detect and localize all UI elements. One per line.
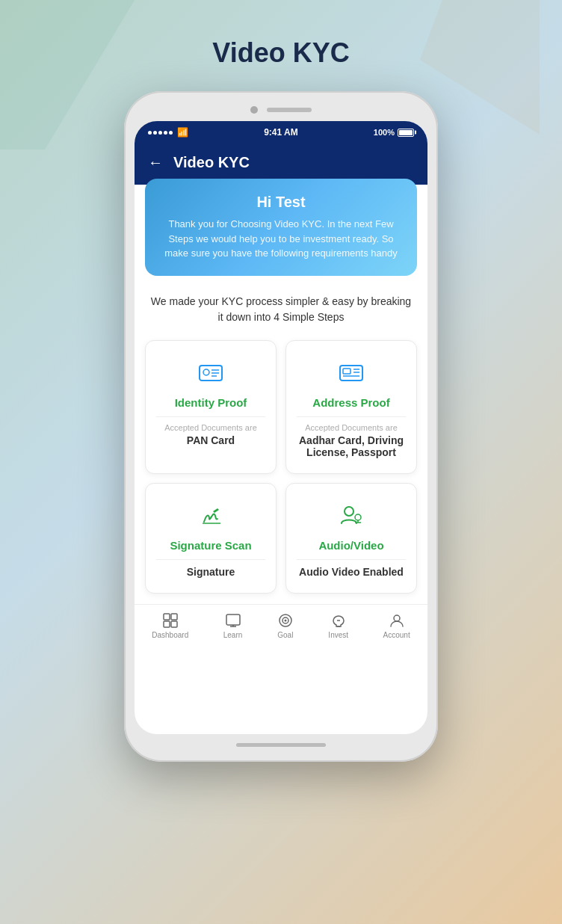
goal-icon — [277, 612, 294, 629]
info-text: We made your KYC process simpler & easy … — [135, 282, 427, 334]
step-card-identity-proof[interactable]: Identity Proof Accepted Documents are PA… — [145, 340, 277, 474]
welcome-greeting: Hi Test — [158, 194, 404, 211]
identity-proof-icon — [156, 356, 265, 389]
welcome-card: Hi Test Thank you for Choosing Video KYC… — [145, 179, 417, 276]
signal-dot-5 — [169, 131, 173, 135]
svg-point-14 — [355, 514, 361, 520]
bottom-nav: Dashboard Learn Goal — [135, 604, 427, 650]
battery-icon — [398, 129, 414, 137]
signal-dots — [148, 131, 173, 135]
account-icon — [389, 612, 405, 629]
signal-dot-4 — [164, 131, 167, 135]
learn-label: Learn — [223, 631, 243, 639]
identity-proof-doc-value: PAN Card — [156, 434, 265, 446]
signature-scan-divider — [156, 559, 265, 560]
signal-dot-3 — [158, 131, 162, 135]
status-right: 100% — [374, 128, 414, 137]
address-proof-icon — [297, 356, 406, 389]
audio-video-divider — [297, 559, 406, 560]
dashboard-icon — [162, 612, 179, 629]
svg-rect-17 — [164, 614, 170, 620]
svg-rect-19 — [164, 621, 170, 627]
welcome-message: Thank you for Choosing Video KYC. In the… — [158, 217, 404, 261]
account-label: Account — [383, 631, 410, 639]
phone-frame: 📶 9:41 AM 100% ← Video KYC Hi Test Thank… — [124, 91, 438, 762]
goal-label: Goal — [277, 631, 293, 639]
svg-marker-0 — [0, 0, 135, 150]
battery-percent: 100% — [374, 128, 395, 137]
nav-item-account[interactable]: Account — [383, 612, 410, 639]
steps-grid: Identity Proof Accepted Documents are PA… — [135, 334, 427, 604]
invest-label: Invest — [328, 631, 348, 639]
svg-rect-8 — [343, 369, 351, 374]
phone-top-bar — [135, 106, 427, 114]
status-bar: 📶 9:41 AM 100% — [135, 121, 427, 144]
audio-video-icon — [297, 499, 406, 532]
status-left: 📶 — [148, 127, 188, 138]
identity-proof-divider — [156, 416, 265, 417]
learn-icon — [225, 612, 241, 629]
phone-screen: 📶 9:41 AM 100% ← Video KYC Hi Test Thank… — [135, 121, 427, 734]
identity-proof-doc-label: Accepted Documents are — [156, 423, 265, 432]
phone-speaker — [267, 108, 312, 112]
signal-dot-2 — [153, 131, 157, 135]
page-title: Video KYC — [212, 37, 349, 69]
svg-marker-1 — [420, 0, 540, 135]
audio-video-title: Audio/Video — [297, 539, 406, 552]
nav-item-goal[interactable]: Goal — [277, 612, 294, 639]
nav-item-dashboard[interactable]: Dashboard — [152, 612, 188, 639]
identity-proof-title: Identity Proof — [156, 396, 265, 409]
dashboard-label: Dashboard — [152, 631, 188, 639]
phone-camera — [250, 106, 258, 114]
nav-item-learn[interactable]: Learn — [223, 612, 243, 639]
svg-point-3 — [203, 369, 209, 375]
app-header-title: Video KYC — [173, 154, 250, 171]
address-proof-doc-label: Accepted Documents are — [297, 423, 406, 432]
step-card-audio-video[interactable]: Audio/Video Audio Video Enabled — [285, 483, 417, 594]
svg-rect-18 — [171, 614, 177, 620]
address-proof-title: Address Proof — [297, 396, 406, 409]
svg-rect-21 — [226, 615, 240, 625]
step-card-signature-scan[interactable]: Signature Scan Signature — [145, 483, 277, 594]
nav-item-invest[interactable]: Invest — [328, 612, 348, 639]
svg-rect-20 — [171, 621, 177, 627]
signature-scan-title: Signature Scan — [156, 539, 265, 552]
battery-fill — [399, 130, 413, 135]
address-proof-divider — [297, 416, 406, 417]
back-button[interactable]: ← — [148, 154, 163, 171]
signal-dot-1 — [148, 131, 152, 135]
signature-scan-icon — [156, 499, 265, 532]
audio-video-doc-value: Audio Video Enabled — [297, 566, 406, 578]
wifi-icon: 📶 — [177, 127, 188, 138]
svg-point-26 — [284, 619, 286, 621]
phone-bottom — [135, 743, 427, 747]
svg-point-29 — [394, 615, 400, 621]
step-card-address-proof[interactable]: Address Proof Accepted Documents are Aad… — [285, 340, 417, 474]
invest-icon — [330, 612, 347, 629]
status-time: 9:41 AM — [264, 127, 298, 138]
svg-point-13 — [345, 507, 353, 516]
address-proof-doc-value: Aadhar Card, Driving License, Passport — [297, 434, 406, 458]
signature-scan-doc-value: Signature — [156, 566, 265, 578]
home-indicator — [236, 743, 326, 747]
